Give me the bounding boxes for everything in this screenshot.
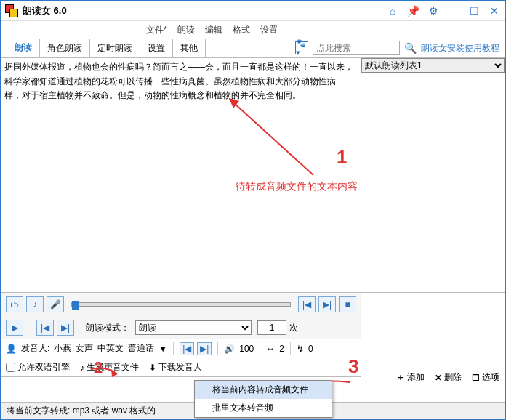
progress-slider[interactable] <box>71 302 291 307</box>
dual-engine-input[interactable] <box>6 363 15 372</box>
mic-button[interactable]: 🎤 <box>47 296 64 312</box>
options-icon: ☐ <box>472 373 480 383</box>
voice-prev-button[interactable]: |◀ <box>180 342 194 355</box>
options-label: 选项 <box>482 371 499 384</box>
rewind-button[interactable]: |◀ <box>36 320 54 336</box>
text-editor[interactable]: 据国外媒体报道，植物也会的性病吗？简而言之——会，而且一直都是这样的！一直以来，… <box>1 57 361 293</box>
context-convert-current[interactable]: 将当前内容转成音频文件 <box>195 381 332 399</box>
playback-controls: 🗁 ♪ 🎤 |◀ ▶| ■ ▶ |◀ ▶| 朗读模式： 朗读 次 <box>1 293 361 339</box>
window-controls: ⌂ 📌 ⚙ — ☐ ✕ <box>386 5 501 17</box>
pitch-icon[interactable]: ↯ <box>297 344 304 354</box>
gen-audio-label: 生成声音文件 <box>87 361 139 373</box>
mode-label: 朗读模式： <box>86 322 129 334</box>
status-text: 将当前文字转成: mp3 或者 wav 格式的 <box>7 405 156 417</box>
menu-settings[interactable]: 设置 <box>260 24 278 36</box>
add-button[interactable]: ＋添加 <box>396 371 425 384</box>
maximize-icon[interactable]: ☐ <box>467 5 481 17</box>
playlist-actions: ＋添加 ✕删除 ☐选项 <box>396 371 499 384</box>
search-icon[interactable]: 🔍 <box>404 42 417 54</box>
music-button[interactable]: ♪ <box>26 296 44 312</box>
context-menu: 将当前内容转成音频文件 批里文本转音频 <box>194 380 332 418</box>
times-input[interactable] <box>257 320 286 335</box>
speed-icon[interactable]: ↔ <box>266 344 275 354</box>
volume-value: 100 <box>239 344 254 354</box>
close-icon[interactable]: ✕ <box>488 5 501 17</box>
tab-settings-label: 设置 <box>148 42 165 54</box>
voice-bar: 👤 发音人: 小燕 女声 中英文 普通话 ▼ |◀ ▶| 🔊 100 ↔ 2 ↯… <box>1 339 361 358</box>
download-voice-button[interactable]: ⬇ 下载发音人 <box>149 361 202 373</box>
x-icon: ✕ <box>435 373 442 383</box>
app-title: 朗读女 6.0 <box>23 4 67 17</box>
volume-icon[interactable]: 🔊 <box>224 344 235 354</box>
plus-icon: ＋ <box>396 371 405 384</box>
tab-timer-label: 定时朗读 <box>97 42 132 54</box>
tab-read[interactable]: 朗读 <box>7 39 40 57</box>
help-link[interactable]: 朗读女安装使用教程 <box>421 42 499 54</box>
voice-gender: 女声 <box>76 342 93 355</box>
times-unit: 次 <box>289 322 298 334</box>
open-file-button[interactable]: 🗁 <box>6 296 23 312</box>
download-icon: ⬇ <box>149 363 156 373</box>
voice-name[interactable]: 小燕 <box>54 342 71 355</box>
gen-audio-button[interactable]: ♪ 生成声音文件 <box>80 361 139 373</box>
stop-button[interactable]: ■ <box>339 296 356 312</box>
options-button[interactable]: ☐选项 <box>472 371 499 384</box>
add-label: 添加 <box>407 371 425 384</box>
voice-dialect: 普通话 <box>128 342 154 355</box>
home-icon[interactable]: ⌂ <box>386 5 399 17</box>
tab-role-label: 角色朗读 <box>47 42 82 54</box>
pin-icon[interactable]: 📌 <box>406 5 419 17</box>
minimize-icon[interactable]: — <box>447 5 460 17</box>
speaker-icon: 👤 <box>6 344 17 354</box>
voice-dropdown-icon[interactable]: ▼ <box>158 344 167 354</box>
paw-icon[interactable]: 🐾▾ <box>295 41 308 54</box>
menu-format[interactable]: 格式 <box>233 24 250 36</box>
delete-label: 删除 <box>444 371 462 384</box>
mode-select[interactable]: 朗读 <box>135 320 252 335</box>
context-batch-convert[interactable]: 批里文本转音频 <box>195 399 332 417</box>
main-area: 据国外媒体报道，植物也会的性病吗？简而言之——会，而且一直都是这样的！一直以来，… <box>1 57 505 293</box>
tab-settings[interactable]: 设置 <box>140 39 173 57</box>
download-voice-label: 下载发音人 <box>158 361 202 373</box>
tab-other[interactable]: 其他 <box>172 39 206 57</box>
dual-engine-checkbox[interactable]: 允许双语引擎 <box>6 361 70 373</box>
generate-bar: 允许双语引擎 ♪ 生成声音文件 ⬇ 下载发音人 <box>1 358 361 377</box>
playlist-body[interactable] <box>361 73 505 292</box>
search-area: 🐾▾ 🔍 朗读女安装使用教程 <box>295 39 505 57</box>
voice-prefix: 发音人: <box>21 342 49 355</box>
menu-edit[interactable]: 编辑 <box>205 24 222 36</box>
note-icon: ♪ <box>80 363 84 373</box>
pitch-value: 0 <box>308 344 313 354</box>
tab-bar: 朗读 角色朗读 定时朗读 设置 其他 🐾▾ 🔍 朗读女安装使用教程 <box>1 39 505 57</box>
forward-button[interactable]: ▶| <box>57 320 74 336</box>
menu-file[interactable]: 文件* <box>146 24 167 36</box>
search-input[interactable] <box>313 41 400 55</box>
app-logo <box>5 4 18 17</box>
prev-track-button[interactable]: |◀ <box>298 296 316 312</box>
text-content: 据国外媒体报道，植物也会的性病吗？简而言之——会，而且一直都是这样的！一直以来，… <box>4 62 353 100</box>
title-bar: 朗读女 6.0 ⌂ 📌 ⚙ — ☐ ✕ <box>1 1 505 21</box>
menu-read[interactable]: 朗读 <box>177 24 195 36</box>
delete-button[interactable]: ✕删除 <box>435 371 462 384</box>
tab-role[interactable]: 角色朗读 <box>39 39 90 57</box>
playlist-select[interactable]: 默认朗读列表1 <box>361 58 505 73</box>
next-track-button[interactable]: ▶| <box>318 296 336 312</box>
menu-bar: 文件* 朗读 编辑 格式 设置 <box>1 21 505 39</box>
tab-timer[interactable]: 定时朗读 <box>89 39 140 57</box>
playlist-pane: 默认朗读列表1 <box>361 57 505 293</box>
tab-read-label: 朗读 <box>15 41 32 54</box>
settings-icon[interactable]: ⚙ <box>427 5 440 17</box>
tab-other-label: 其他 <box>180 42 198 54</box>
dual-engine-label: 允许双语引擎 <box>17 361 70 373</box>
voice-lang: 中英文 <box>97 342 124 355</box>
play-button[interactable]: ▶ <box>6 320 23 336</box>
voice-prev-next: |◀ ▶| <box>180 342 212 355</box>
voice-next-button[interactable]: ▶| <box>197 342 212 355</box>
speed-value: 2 <box>279 344 284 354</box>
